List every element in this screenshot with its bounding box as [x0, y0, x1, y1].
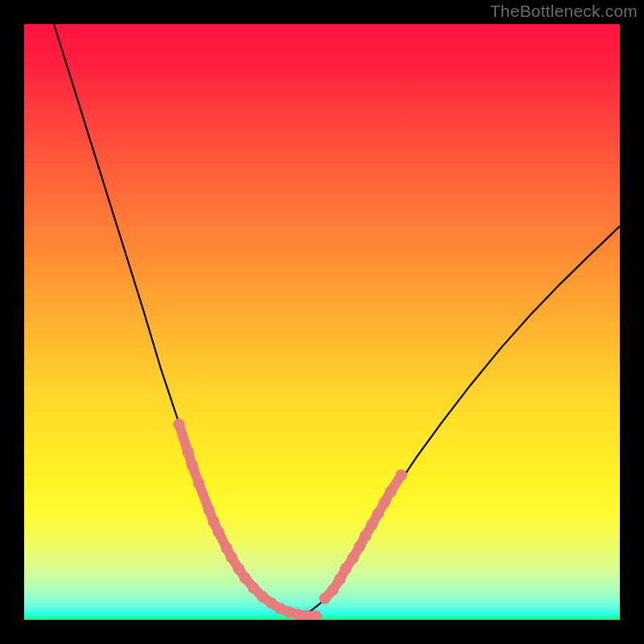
beads-left-links	[179, 424, 316, 616]
bead-point	[366, 518, 378, 530]
bead-point	[372, 508, 383, 519]
bead-point	[340, 563, 351, 574]
bead-point	[347, 552, 358, 564]
bead-point	[248, 582, 259, 593]
bead-point	[225, 551, 237, 563]
bead-point	[360, 530, 371, 541]
bead-point	[327, 584, 338, 596]
bead-point	[395, 469, 407, 481]
bead-point	[239, 572, 250, 584]
chart-svg	[24, 24, 620, 620]
bead-point	[379, 497, 390, 508]
bead-point	[208, 516, 219, 527]
curve-right	[298, 226, 620, 617]
curve-left	[54, 24, 298, 617]
bead-point	[193, 477, 204, 489]
bead-point	[173, 419, 184, 430]
bead-point	[213, 526, 224, 537]
bead-point	[186, 459, 197, 470]
beads-left	[173, 419, 322, 620]
chart-frame: TheBottleneck.com	[0, 0, 644, 644]
bead-point	[182, 446, 193, 457]
bead-point	[334, 573, 345, 584]
bead-point	[353, 541, 365, 552]
bead-point	[385, 486, 396, 497]
plot-area	[24, 24, 620, 620]
bead-point	[203, 504, 214, 515]
bead-point	[233, 563, 244, 574]
watermark-text: TheBottleneck.com	[490, 2, 638, 21]
